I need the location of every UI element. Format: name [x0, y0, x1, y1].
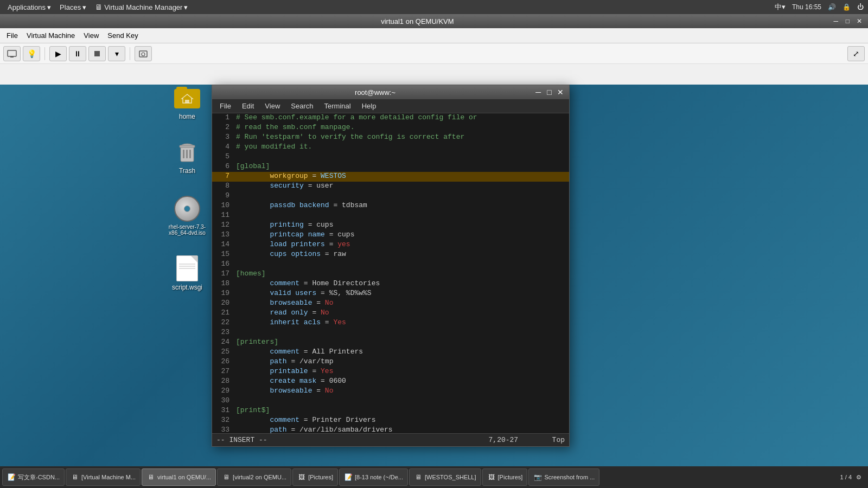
vmm-virtualmachine-menu[interactable]: Virtual Machine: [22, 30, 79, 41]
code-line-31: 31[print$]: [212, 406, 569, 416]
taskbar-item-pictures1[interactable]: 🖼 [Pictures]: [292, 468, 338, 486]
places-menu[interactable]: Places ▾: [56, 2, 90, 12]
screenshot-button[interactable]: [135, 46, 152, 61]
terminal-menubar: File Edit View Search Terminal Help: [212, 99, 569, 113]
close-button[interactable]: ✕: [855, 17, 864, 25]
applications-menu[interactable]: Applications ▾: [4, 2, 54, 12]
term-help-menu[interactable]: Help: [356, 101, 382, 111]
code-line-5: 5: [212, 152, 569, 162]
line-number: 8: [212, 182, 234, 191]
pause-button[interactable]: ⏸: [69, 46, 86, 61]
code-line-16: 16: [212, 260, 569, 269]
vmm-view-menu[interactable]: View: [79, 30, 103, 41]
code-line-33: 33 path = /var/lib/samba/drivers: [212, 426, 569, 433]
line-number: 18: [212, 279, 234, 289]
term-file-menu[interactable]: File: [214, 101, 237, 111]
taskbar-item-csdn[interactable]: 📝 写文章-CSDN...: [2, 468, 65, 486]
vmm-arrow: ▾: [184, 3, 188, 11]
line-number: 25: [212, 348, 234, 357]
code-line-8: 8 security = user: [212, 182, 569, 191]
taskbar-westos-icon: 🖥: [414, 473, 423, 481]
line-content: [234, 328, 569, 338]
home-symbol: [181, 93, 194, 104]
lightbulb-button[interactable]: 💡: [23, 46, 40, 61]
line-content: browseable = No: [234, 387, 569, 396]
dropdown-button[interactable]: ▾: [108, 46, 125, 61]
line-number: 23: [212, 328, 234, 338]
line-content: passdb backend = tdbsam: [234, 201, 569, 211]
line-content: comment = Home Directories: [234, 279, 569, 289]
input-method-icon: 中▾: [775, 2, 786, 12]
term-terminal-menu[interactable]: Terminal: [319, 101, 356, 111]
line-content: [234, 152, 569, 162]
home-icon-label: home: [179, 113, 195, 120]
code-line-28: 28 create mask = 0600: [212, 377, 569, 387]
svg-rect-12: [180, 145, 195, 147]
taskbar-virtual1-icon: 🖥: [146, 473, 155, 481]
term-close-button[interactable]: ✕: [556, 88, 565, 97]
line-number: 5: [212, 152, 234, 162]
terminal-title: root@www:~: [216, 88, 534, 97]
code-line-29: 29 browseable = No: [212, 387, 569, 396]
line-content: comment = All Printers: [234, 348, 569, 357]
trash-icon: [174, 139, 200, 165]
taskbar-pictures2-label: [Pictures]: [498, 474, 523, 480]
vmm-menubar: File Virtual Machine View Send Key: [0, 28, 868, 43]
power-icon: ⏻: [857, 3, 864, 11]
code-editor[interactable]: 1# See smb.conf.example for a more detai…: [212, 113, 569, 433]
line-content: # read the smb.conf manpage.: [234, 123, 569, 133]
stop-button[interactable]: [88, 46, 106, 61]
play-button[interactable]: ▶: [49, 46, 67, 61]
term-minimize-button[interactable]: ─: [534, 88, 542, 97]
code-line-26: 26 path = /var/tmp: [212, 357, 569, 367]
vmm-file-menu[interactable]: File: [2, 30, 22, 41]
fullscreen-button[interactable]: ⤢: [847, 46, 865, 61]
taskbar-item-vmm[interactable]: 🖥 [Virtual Machine M...: [66, 468, 141, 486]
desktop: virtual1 on QEMU/KVM ─ □ ✕ File Virtual …: [0, 14, 868, 466]
term-search-menu[interactable]: Search: [285, 101, 318, 111]
line-number: 12: [212, 221, 234, 230]
line-number: 20: [212, 299, 234, 309]
stop-icon: [93, 50, 101, 57]
vmm-window[interactable]: virtual1 on QEMU/KVM ─ □ ✕ File Virtual …: [0, 14, 868, 85]
taskbar-item-virtual2[interactable]: 🖥 [virtual2 on QEMU...: [217, 468, 291, 486]
vmm-menu[interactable]: 🖥 Virtual Machine Manager ▾: [92, 2, 191, 12]
term-maximize-button[interactable]: □: [545, 88, 554, 97]
code-line-4: 4# you modified it.: [212, 143, 569, 152]
taskbar-item-virtual1[interactable]: 🖥 virtual1 on QEMU/...: [142, 468, 216, 486]
taskbar-item-note[interactable]: 📝 [8-13 note (~/De...: [339, 468, 408, 486]
code-line-13: 13 printcap name = cups: [212, 230, 569, 240]
term-edit-menu[interactable]: Edit: [237, 101, 259, 111]
taskbar-page-indicator: 1 / 4: [840, 474, 852, 480]
term-view-menu[interactable]: View: [259, 101, 285, 111]
maximize-button[interactable]: □: [843, 17, 852, 25]
line-number: 10: [212, 201, 234, 211]
taskbar-item-pictures2[interactable]: 🖼 [Pictures]: [482, 468, 528, 486]
taskbar-virtual2-icon: 🖥: [222, 473, 231, 481]
line-content: inherit acls = Yes: [234, 318, 569, 328]
taskbar-csdn-label: 写文章-CSDN...: [18, 473, 60, 481]
svg-point-4: [142, 53, 145, 56]
monitor-button[interactable]: [3, 46, 21, 61]
vmm-titlebar: virtual1 on QEMU/KVM ─ □ ✕: [0, 14, 868, 28]
desktop-icon-trash[interactable]: Trash: [165, 139, 209, 175]
line-content: comment = Printer Drivers: [234, 416, 569, 426]
code-line-20: 20 browseable = No: [212, 299, 569, 309]
cursor-position: 7,20-27 Top: [489, 436, 565, 444]
code-line-17: 17[homes]: [212, 269, 569, 279]
desktop-icon-home[interactable]: home: [165, 85, 209, 120]
desktop-icon-dvd[interactable]: rhel-server-7.3-x86_64-dvd.iso: [163, 196, 212, 236]
svg-rect-1: [10, 56, 14, 57]
desktop-icon-script[interactable]: script.wsgi: [165, 255, 209, 291]
taskbar-item-screenshot[interactable]: 📷 Screenshot from ...: [528, 468, 599, 486]
vmm-sendkey-menu[interactable]: Send Key: [103, 30, 142, 41]
line-number: 21: [212, 309, 234, 318]
taskbar-item-westos[interactable]: 🖥 [WESTOS_SHELL]: [409, 468, 481, 486]
minimize-button[interactable]: ─: [832, 17, 840, 25]
code-line-24: 24[printers]: [212, 338, 569, 348]
code-line-21: 21 read only = No: [212, 309, 569, 318]
line-number: 14: [212, 240, 234, 250]
terminal-window[interactable]: root@www:~ ─ □ ✕ File Edit View Search T…: [212, 85, 570, 447]
dvd-icon: [174, 196, 200, 222]
line-number: 2: [212, 123, 234, 133]
